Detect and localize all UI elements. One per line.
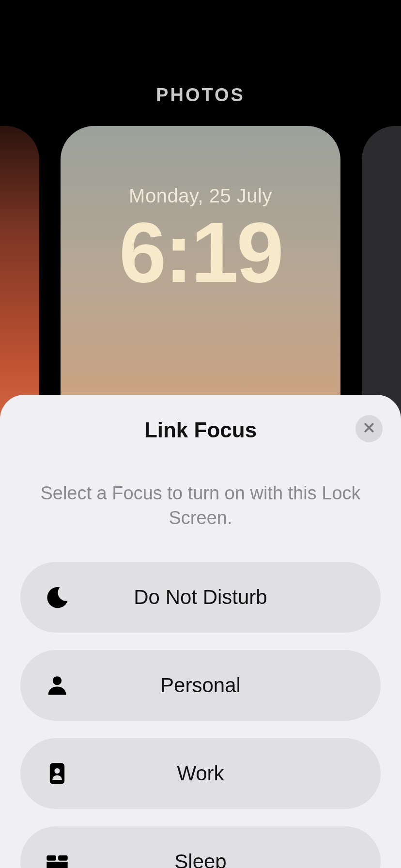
focus-option-personal[interactable]: Personal: [20, 650, 381, 721]
focus-option-sleep[interactable]: Sleep: [20, 826, 381, 868]
close-button[interactable]: [355, 415, 383, 442]
close-icon: [363, 421, 375, 436]
svg-rect-5: [46, 862, 67, 868]
svg-rect-3: [46, 855, 56, 861]
gallery-title: PHOTOS: [0, 85, 401, 106]
focus-option-dnd[interactable]: Do Not Disturb: [20, 562, 381, 633]
svg-point-0: [53, 676, 62, 685]
sheet-title: Link Focus: [20, 418, 381, 442]
svg-rect-4: [58, 855, 68, 861]
sheet-subtitle: Select a Focus to turn on with this Lock…: [35, 481, 366, 531]
badge-icon: [44, 760, 71, 787]
link-focus-sheet: Link Focus Select a Focus to turn on wit…: [0, 395, 401, 868]
sheet-header: Link Focus: [20, 418, 381, 442]
focus-option-label: Work: [177, 762, 224, 785]
lockscreen-date: Monday, 25 July: [61, 185, 340, 207]
focus-option-work[interactable]: Work: [20, 738, 381, 809]
lockscreen-time: 6:19: [61, 210, 340, 295]
person-icon: [44, 672, 71, 699]
bed-icon: [44, 848, 71, 868]
focus-option-list: Do Not Disturb Personal Work: [20, 562, 381, 868]
svg-point-2: [54, 768, 60, 774]
focus-option-label: Personal: [160, 674, 241, 697]
focus-option-label: Do Not Disturb: [134, 586, 267, 609]
focus-option-label: Sleep: [174, 850, 226, 868]
moon-icon: [44, 584, 71, 611]
